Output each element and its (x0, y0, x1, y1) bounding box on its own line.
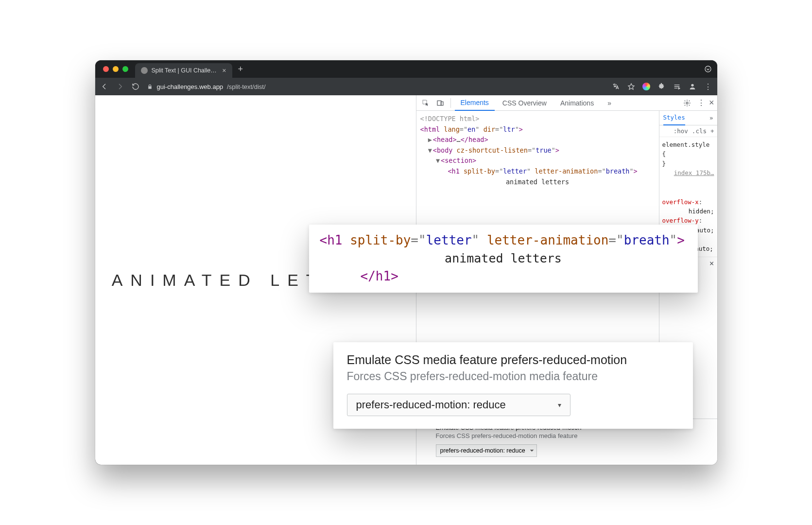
dom-html-open[interactable]: <html lang="en" dir="ltr"> (420, 124, 655, 135)
styles-tab[interactable]: Styles (663, 111, 685, 125)
tab-css-overview[interactable]: CSS Overview (497, 95, 553, 111)
dom-section-open[interactable]: ▼<section> (420, 156, 655, 166)
svg-marker-5 (678, 88, 680, 89)
drawer-subheading: Forces CSS prefers-reduced-motion media … (436, 432, 698, 439)
separator (450, 98, 451, 108)
element-style-selector: element.style { (662, 141, 710, 158)
tab-close-button[interactable]: × (222, 67, 226, 74)
overlay-render-heading: Emulate CSS media feature prefers-reduce… (347, 353, 679, 367)
browser-menu-button[interactable]: ⋮ (704, 82, 712, 91)
profile-avatar-icon[interactable] (688, 82, 697, 91)
tab-strip-right (704, 65, 712, 73)
dom-h1-open[interactable]: <h1 split-by="letter" letter-animation="… (420, 166, 655, 177)
overlay-code-line-2: animated letters (320, 250, 687, 267)
close-window-button[interactable] (103, 66, 109, 72)
device-toolbar-icon[interactable] (434, 97, 447, 109)
overlay-render-select-value: prefers-reduced-motion: reduce (356, 399, 506, 411)
styles-drawer-close-icon[interactable]: × (709, 259, 714, 268)
devtools-tabs: Elements CSS Overview Animations » ⋮ × (416, 95, 717, 111)
overlay-code-line-3: </h1> (320, 267, 687, 286)
browser-toolbar: gui-challenges.web.app/split-text/dist/ … (95, 78, 717, 95)
tab-strip: Split Text | GUI Challenges × + (95, 60, 717, 78)
tab-animations[interactable]: Animations (554, 95, 600, 111)
back-button[interactable] (100, 82, 109, 91)
devtools-close-button[interactable]: × (709, 98, 714, 108)
extensions-icon[interactable] (657, 82, 666, 91)
overlay-render-select[interactable]: prefers-reduced-motion: reduce ▾ (347, 394, 570, 416)
prefers-reduced-motion-select[interactable]: prefers-reduced-motion: reduce (436, 444, 537, 457)
svg-point-6 (691, 84, 693, 87)
forward-button[interactable] (116, 82, 124, 91)
toolbar-right: ⋮ (611, 82, 712, 91)
favicon-icon (141, 67, 148, 74)
hov-toggle[interactable]: :hov (674, 127, 688, 135)
dom-doctype: <!DOCTYPE html> (420, 115, 480, 122)
cls-toggle[interactable]: .cls (692, 127, 707, 135)
tabs-overflow-button[interactable]: » (602, 95, 617, 111)
new-rule-button[interactable]: + (710, 127, 714, 135)
browser-window: Split Text | GUI Challenges × + gui-chal… (95, 60, 717, 465)
svg-point-0 (705, 66, 711, 72)
chevron-down-icon[interactable] (704, 65, 712, 73)
inspect-element-icon[interactable] (419, 97, 432, 109)
devtools-kebab-button[interactable]: ⋮ (697, 98, 705, 107)
svg-point-10 (686, 102, 688, 104)
styles-overflow-button[interactable]: » (709, 114, 713, 122)
window-controls (100, 66, 131, 72)
content-area: ANIMATED LETTERS Elements CSS Overview A… (95, 95, 717, 465)
tab-elements[interactable]: Elements (455, 95, 495, 111)
dom-body-open[interactable]: ▼<body cz-shortcut-listen="true"> (420, 145, 655, 156)
maximize-window-button[interactable] (122, 66, 128, 72)
bookmark-star-icon[interactable] (627, 82, 636, 91)
url-host: gui-challenges.web.app (157, 83, 224, 90)
media-queue-icon[interactable] (673, 82, 681, 91)
rendering-zoom-overlay: Emulate CSS media feature prefers-reduce… (333, 342, 693, 429)
styles-tabs: Styles » (659, 111, 717, 125)
overlay-render-sub: Forces CSS prefers-reduced-motion media … (347, 370, 679, 383)
devtools-settings-icon[interactable] (681, 97, 693, 109)
translate-icon[interactable] (611, 82, 620, 91)
extension-color-icon[interactable] (642, 83, 650, 90)
code-zoom-overlay: <h1 split-by="letter" letter-animation="… (309, 225, 698, 293)
url-path: /split-text/dist/ (227, 83, 265, 90)
dom-h1-text: animated letters (420, 177, 655, 188)
browser-tab[interactable]: Split Text | GUI Challenges × (135, 63, 232, 78)
new-tab-button[interactable]: + (236, 64, 245, 74)
lock-icon (147, 84, 153, 90)
address-bar[interactable]: gui-challenges.web.app/split-text/dist/ (147, 83, 605, 90)
svg-marker-1 (628, 84, 634, 89)
overlay-code-line-1: <h1 split-by="letter" letter-animation="… (320, 231, 687, 250)
chevron-down-icon: ▾ (558, 401, 561, 409)
stylesheet-source-link[interactable]: index 175b… (674, 169, 714, 176)
dom-head[interactable]: ▶<head>…</head> (420, 135, 655, 145)
reload-button[interactable] (131, 82, 140, 91)
tab-title: Split Text | GUI Challenges (152, 67, 219, 74)
minimize-window-button[interactable] (113, 66, 119, 72)
